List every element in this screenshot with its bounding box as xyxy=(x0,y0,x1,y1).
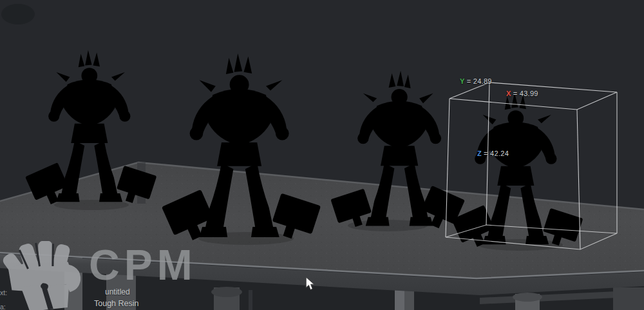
edge-label-clipped-1: xt: xyxy=(0,289,7,296)
status-filename: untitled xyxy=(105,287,130,296)
table-leg xyxy=(613,287,644,310)
scene-canvas[interactable] xyxy=(0,0,644,310)
3d-viewport[interactable] xyxy=(0,0,644,310)
edge-label-clipped-2: a: xyxy=(0,303,6,310)
dark-artifact xyxy=(1,4,35,24)
status-resin-profile: Tough Resin xyxy=(94,299,139,308)
